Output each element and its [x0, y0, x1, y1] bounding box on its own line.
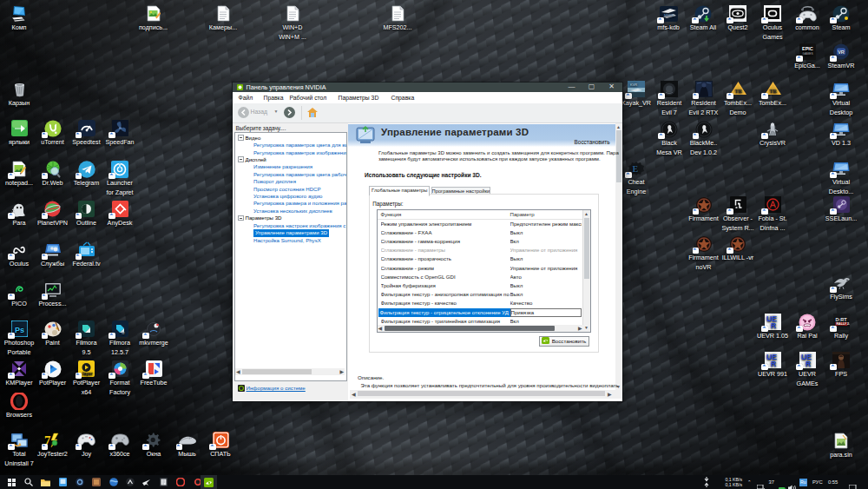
- svg-text:R: R: [771, 360, 776, 368]
- svg-text:VR: VR: [838, 50, 845, 55]
- svg-text:RALLY 2.0: RALLY 2.0: [836, 322, 850, 326]
- svg-text:R: R: [771, 321, 776, 330]
- svg-text:TR: TR: [769, 89, 777, 94]
- svg-text:D:RT: D:RT: [835, 317, 847, 322]
- svg-text:E: E: [633, 164, 639, 174]
- svg-text:KVR: KVR: [630, 83, 637, 87]
